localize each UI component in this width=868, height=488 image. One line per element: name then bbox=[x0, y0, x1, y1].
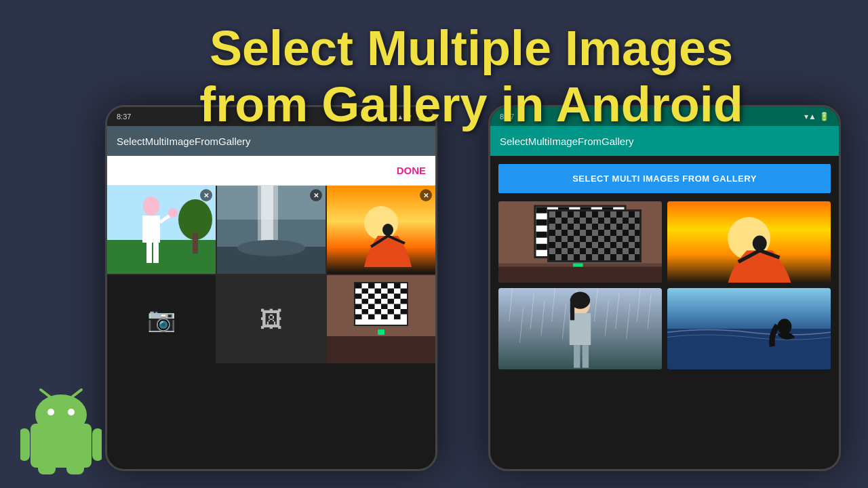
svg-rect-69 bbox=[558, 220, 569, 226]
svg-rect-74 bbox=[591, 226, 602, 232]
svg-rect-49 bbox=[401, 309, 408, 314]
svg-line-123 bbox=[41, 390, 50, 396]
svg-rect-53 bbox=[394, 314, 401, 320]
svg-rect-8 bbox=[153, 243, 159, 263]
svg-rect-29 bbox=[394, 283, 401, 289]
svg-rect-81 bbox=[569, 238, 580, 244]
svg-point-92 bbox=[753, 236, 767, 251]
android-logo bbox=[20, 386, 102, 468]
svg-point-16 bbox=[237, 240, 305, 256]
svg-rect-75 bbox=[613, 226, 624, 232]
svg-rect-41 bbox=[401, 299, 408, 304]
svg-rect-58 bbox=[534, 205, 626, 259]
svg-rect-14 bbox=[261, 186, 273, 247]
svg-rect-48 bbox=[388, 309, 395, 314]
svg-rect-4 bbox=[193, 233, 198, 253]
svg-rect-47 bbox=[375, 309, 382, 314]
svg-rect-115 bbox=[570, 299, 574, 320]
svg-rect-46 bbox=[362, 309, 369, 314]
svg-rect-76 bbox=[536, 232, 547, 238]
svg-point-122 bbox=[68, 409, 75, 415]
svg-rect-77 bbox=[558, 232, 569, 238]
select-multi-button[interactable]: SELECT MULTI IMAGES FROM GALLERY bbox=[498, 164, 831, 193]
svg-rect-112 bbox=[574, 345, 580, 368]
img-cell-girl-rain[interactable] bbox=[498, 288, 662, 369]
svg-rect-113 bbox=[583, 345, 589, 368]
svg-rect-42 bbox=[355, 304, 362, 309]
svg-rect-43 bbox=[368, 304, 375, 309]
svg-rect-54 bbox=[378, 329, 384, 335]
svg-rect-34 bbox=[355, 293, 362, 299]
svg-rect-1 bbox=[107, 240, 216, 274]
svg-point-118 bbox=[777, 319, 791, 334]
svg-rect-50 bbox=[355, 314, 362, 320]
picker-bar: DONE bbox=[107, 156, 435, 186]
svg-rect-83 bbox=[613, 238, 624, 244]
svg-rect-72 bbox=[547, 226, 558, 232]
svg-rect-28 bbox=[381, 283, 388, 289]
svg-rect-62 bbox=[580, 207, 591, 214]
phone-right: 8:37 ▾▲ 🔋 SelectMultiImageFromGallery SE… bbox=[488, 105, 841, 471]
svg-rect-64 bbox=[547, 214, 558, 220]
remove-btn-1[interactable]: ✕ bbox=[200, 189, 212, 201]
svg-rect-55 bbox=[327, 336, 435, 363]
img-cell-sea[interactable] bbox=[667, 288, 831, 369]
grid-cell-waterfall[interactable]: ✕ bbox=[217, 186, 326, 274]
grid-cell-sunset-dancer[interactable]: ✕ bbox=[327, 186, 435, 274]
svg-rect-61 bbox=[558, 207, 569, 214]
svg-rect-73 bbox=[569, 226, 580, 232]
svg-rect-126 bbox=[92, 428, 102, 461]
img-cell-sunset2[interactable] bbox=[667, 201, 831, 283]
svg-rect-67 bbox=[613, 214, 624, 220]
svg-rect-51 bbox=[368, 314, 375, 320]
svg-rect-78 bbox=[580, 232, 591, 238]
svg-rect-6 bbox=[142, 216, 160, 243]
img-cell-chess-room[interactable] bbox=[498, 201, 662, 283]
svg-rect-127 bbox=[38, 461, 56, 474]
svg-rect-36 bbox=[381, 293, 388, 299]
svg-point-19 bbox=[382, 224, 393, 236]
svg-rect-7 bbox=[146, 243, 152, 263]
svg-rect-26 bbox=[355, 283, 362, 289]
svg-rect-80 bbox=[547, 238, 558, 244]
phone-left: 8:37 ▲ ▼ 🔋 SelectMultiImageFromGallery D… bbox=[105, 105, 437, 471]
svg-point-18 bbox=[364, 206, 398, 240]
grid-cell-room[interactable] bbox=[327, 275, 435, 363]
grid-cell-girl-white[interactable]: ✕ bbox=[107, 186, 216, 274]
svg-rect-89 bbox=[498, 267, 662, 283]
svg-rect-57 bbox=[498, 201, 662, 263]
img-waterfall bbox=[217, 186, 326, 274]
svg-rect-87 bbox=[602, 244, 613, 250]
svg-rect-84 bbox=[536, 244, 547, 250]
svg-rect-125 bbox=[20, 428, 30, 461]
svg-rect-66 bbox=[591, 214, 602, 220]
grid-cell-camera[interactable]: 📷 bbox=[107, 275, 216, 363]
svg-rect-27 bbox=[368, 283, 375, 289]
svg-line-124 bbox=[73, 390, 81, 396]
svg-rect-65 bbox=[569, 214, 580, 220]
done-button[interactable]: DONE bbox=[397, 165, 426, 176]
svg-point-121 bbox=[47, 409, 54, 415]
svg-rect-79 bbox=[602, 232, 613, 238]
svg-rect-70 bbox=[580, 220, 591, 226]
remove-btn-2[interactable]: ✕ bbox=[310, 189, 322, 201]
camera-icon: 📷 bbox=[147, 306, 176, 333]
svg-point-5 bbox=[143, 197, 159, 216]
grid-cell-gallery[interactable]: 🖼 bbox=[217, 275, 326, 363]
svg-point-10 bbox=[168, 208, 178, 218]
svg-rect-68 bbox=[536, 220, 547, 226]
page-title: Select Multiple Images from Gallery in A… bbox=[108, 20, 834, 133]
svg-rect-39 bbox=[375, 299, 382, 304]
svg-rect-86 bbox=[580, 244, 591, 250]
remove-btn-3[interactable]: ✕ bbox=[420, 189, 432, 201]
image-grid-left: ✕ ✕ bbox=[107, 186, 435, 363]
svg-point-120 bbox=[35, 394, 87, 435]
svg-rect-85 bbox=[558, 244, 569, 250]
svg-rect-63 bbox=[602, 207, 613, 214]
svg-rect-33 bbox=[401, 289, 408, 294]
svg-rect-37 bbox=[394, 293, 401, 299]
img-sunset-dancer bbox=[327, 186, 435, 274]
svg-rect-31 bbox=[375, 289, 382, 294]
img-girl-white bbox=[107, 186, 216, 274]
svg-rect-30 bbox=[362, 289, 369, 294]
